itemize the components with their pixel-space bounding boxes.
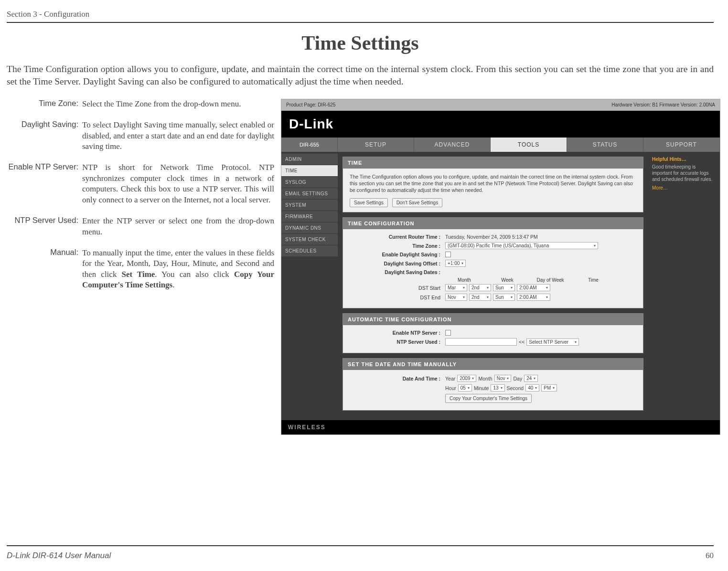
sidebar-item-syscheck[interactable]: SYSTEM CHECK: [281, 234, 338, 245]
tz-select[interactable]: (GMT-08:00) Pacific Time (US/Canada), Ti…: [445, 242, 598, 249]
minute-label: Minute: [474, 385, 489, 391]
manual-mid: . You can also click: [155, 270, 234, 279]
copy-computer-time-button[interactable]: Copy Your Computer's Time Settings: [445, 394, 532, 403]
ntp-enable-val: [445, 330, 636, 336]
dsd-label: Daylight Saving Dates :: [350, 269, 445, 275]
nav-row: DIR-655 SETUP ADVANCED TOOLS STATUS SUPP…: [281, 137, 720, 152]
tc-body: Current Router Time : Tuesday, November …: [343, 229, 643, 308]
dt-val-line1: Year 2009 Month Nov Day 24: [445, 375, 636, 382]
minute-select[interactable]: 13: [491, 384, 504, 391]
auto-body: Enable NTP Server : NTP Server Used : <<…: [343, 325, 643, 353]
tab-advanced[interactable]: ADVANCED: [414, 137, 491, 152]
start-dow[interactable]: Sun: [493, 284, 515, 291]
def-text: Enter the NTP server or select one from …: [82, 216, 274, 237]
start-time[interactable]: 2:00 AM: [517, 284, 550, 291]
sidebar-item-schedules[interactable]: SCHEDULES: [281, 245, 338, 257]
def-enable-ntp: Enable NTP Server: NTP is short for Netw…: [7, 162, 274, 205]
end-time[interactable]: 2:00 AM: [517, 294, 550, 301]
tab-tools[interactable]: TOOLS: [491, 137, 567, 152]
auto-time-panel: AUTOMATIC TIME CONFIGURATION Enable NTP …: [343, 313, 643, 353]
sidebar-item-syslog[interactable]: SYSLOG: [281, 177, 338, 188]
arrow-left-icon: <<: [519, 339, 525, 345]
dst-cols: Month Week Day of Week Time: [450, 277, 636, 283]
end-week[interactable]: 2nd: [469, 294, 491, 301]
eds-label: Enable Daylight Saving :: [350, 252, 445, 257]
sidebar-item-firmware[interactable]: FIRMWARE: [281, 211, 338, 222]
time-panel-head: TIME: [343, 157, 643, 169]
help-more-link[interactable]: More…: [652, 185, 716, 190]
year-select[interactable]: 2009: [457, 375, 476, 382]
def-label: NTP Server Used:: [7, 216, 82, 237]
second-select[interactable]: 40: [525, 384, 539, 391]
hour-select[interactable]: 05: [458, 384, 472, 391]
def-text: Select the Time Zone from the drop-down …: [82, 99, 274, 109]
start-month[interactable]: Mar: [445, 284, 467, 291]
def-text: To select Daylight Saving time manually,…: [82, 120, 274, 152]
footer-manual-title: D-Link DIR-614 User Manual: [7, 551, 111, 560]
sidebar-item-ddns[interactable]: DYNAMIC DNS: [281, 222, 338, 234]
dont-save-button[interactable]: Don't Save Settings: [392, 198, 443, 207]
content-row: Time Zone: Select the Time Zone from the…: [7, 99, 714, 435]
def-text: NTP is short for Network Time Protocol. …: [82, 162, 274, 205]
start-week[interactable]: 2nd: [469, 284, 491, 291]
product-bar: Product Page: DIR-625 Hardware Version: …: [281, 99, 720, 111]
manual-post: .: [172, 280, 174, 289]
definitions-column: Time Zone: Select the Time Zone from the…: [7, 99, 274, 435]
sidebar-item-system[interactable]: SYSTEM: [281, 200, 338, 211]
hour-label: Hour: [445, 385, 456, 391]
ntp-server-select[interactable]: Select NTP Server: [526, 338, 579, 346]
page-number: 60: [706, 551, 714, 560]
tab-setup[interactable]: SETUP: [338, 137, 414, 152]
tab-support[interactable]: SUPPORT: [643, 137, 720, 152]
second-label: Second: [507, 385, 524, 391]
month-select[interactable]: Nov: [494, 375, 512, 382]
help-column: Helpful Hints… Good timekeeping is impor…: [648, 152, 720, 421]
def-label: Enable NTP Server:: [7, 162, 82, 205]
sidebar-item-time[interactable]: TIME: [281, 165, 338, 177]
end-month[interactable]: Nov: [445, 294, 467, 301]
dt-row: Date And Time : Year 2009 Month Nov Day …: [350, 375, 636, 382]
dso-select[interactable]: +1:00: [445, 260, 466, 267]
tc-head: TIME CONFIGURATION: [343, 218, 643, 229]
dso-value: +1:00: [445, 260, 636, 267]
copy-val: Copy Your Computer's Time Settings: [445, 394, 636, 403]
copy-row: Copy Your Computer's Time Settings: [350, 394, 636, 403]
sidebar-item-email[interactable]: EMAIL SETTINGS: [281, 188, 338, 200]
manual-head: SET THE DATE AND TIME MANUALLY: [343, 359, 643, 370]
def-label: Daylight Saving:: [7, 120, 82, 152]
time-config-panel: TIME CONFIGURATION Current Router Time :…: [343, 217, 643, 308]
dt-row2: Hour 05 Minute 13 Second 40 PM: [350, 384, 636, 391]
ampm-select[interactable]: PM: [541, 384, 557, 391]
ntp-enable-checkbox[interactable]: [445, 330, 451, 336]
day-select[interactable]: 24: [524, 375, 538, 382]
main-column: TIME The Time Configuration option allow…: [338, 152, 648, 421]
crt-row: Current Router Time : Tuesday, November …: [350, 234, 636, 240]
dso-row: Daylight Saving Offset : +1:00: [350, 260, 636, 267]
ntp-server-input[interactable]: [445, 338, 517, 346]
save-settings-button[interactable]: Save Settings: [350, 198, 388, 207]
tab-status[interactable]: STATUS: [567, 137, 643, 152]
tz-label: Time Zone :: [350, 243, 445, 249]
eds-value: [445, 252, 636, 257]
section-header: Section 3 - Configuration: [7, 10, 714, 22]
col-week: Week: [493, 277, 522, 283]
crt-label: Current Router Time :: [350, 234, 445, 240]
version-label: Hardware Version: B1 Firmware Version: 2…: [611, 102, 715, 107]
end-dow[interactable]: Sun: [493, 294, 515, 301]
col-dow: Day of Week: [536, 277, 565, 283]
dso-label: Daylight Saving Offset :: [350, 261, 445, 266]
top-rule: [7, 22, 714, 23]
product-page-label: Product Page: DIR-625: [286, 102, 335, 107]
day-label: Day: [513, 376, 522, 381]
dlink-logo: D-Link: [289, 116, 333, 132]
body-row: ADMIN TIME SYSLOG EMAIL SETTINGS SYSTEM …: [281, 152, 720, 421]
crt-value: Tuesday, November 24, 2009 5:13:47 PM: [445, 234, 636, 240]
manual-b1: Set Time: [121, 270, 155, 279]
wireless-bar: WIRELESS: [281, 420, 720, 434]
eds-checkbox[interactable]: [445, 252, 451, 257]
sidebar-item-admin[interactable]: ADMIN: [281, 154, 338, 165]
def-label: Manual:: [7, 248, 82, 291]
dst-start-row: DST Start Mar 2nd Sun 2:00 AM: [350, 284, 636, 291]
col-time: Time: [579, 277, 608, 283]
tz-value: (GMT-08:00) Pacific Time (US/Canada), Ti…: [445, 242, 636, 249]
